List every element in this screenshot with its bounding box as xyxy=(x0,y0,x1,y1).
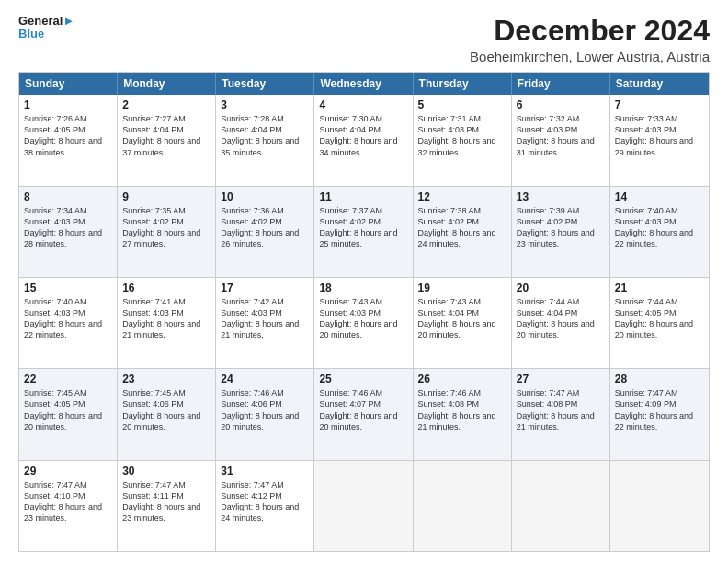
cell-info: Sunrise: 7:28 AM Sunset: 4:04 PM Dayligh… xyxy=(221,113,309,158)
cell-info: Sunrise: 7:31 AM Sunset: 4:03 PM Dayligh… xyxy=(418,113,506,158)
calendar-cell: 20 Sunrise: 7:44 AM Sunset: 4:04 PM Dayl… xyxy=(512,278,610,368)
calendar-row: 8 Sunrise: 7:34 AM Sunset: 4:03 PM Dayli… xyxy=(19,186,709,277)
day-number: 15 xyxy=(24,282,112,294)
day-number: 9 xyxy=(122,190,210,203)
cell-info: Sunrise: 7:44 AM Sunset: 4:04 PM Dayligh… xyxy=(517,296,605,341)
calendar-cell: 29 Sunrise: 7:47 AM Sunset: 4:10 PM Dayl… xyxy=(19,461,118,551)
calendar-row: 15 Sunrise: 7:40 AM Sunset: 4:03 PM Dayl… xyxy=(19,277,709,368)
cell-info: Sunrise: 7:35 AM Sunset: 4:02 PM Dayligh… xyxy=(122,205,210,250)
day-number: 10 xyxy=(221,190,309,203)
day-number: 30 xyxy=(122,465,210,477)
calendar-cell: 2 Sunrise: 7:27 AM Sunset: 4:04 PM Dayli… xyxy=(118,95,216,185)
calendar-cell: 12 Sunrise: 7:38 AM Sunset: 4:02 PM Dayl… xyxy=(414,187,512,277)
calendar-cell: 6 Sunrise: 7:32 AM Sunset: 4:03 PM Dayli… xyxy=(512,95,610,185)
cell-info: Sunrise: 7:34 AM Sunset: 4:03 PM Dayligh… xyxy=(24,205,112,250)
cell-info: Sunrise: 7:45 AM Sunset: 4:06 PM Dayligh… xyxy=(122,387,210,432)
logo-blue: Blue xyxy=(18,28,74,40)
calendar-cell: 1 Sunrise: 7:26 AM Sunset: 4:05 PM Dayli… xyxy=(19,95,118,185)
day-number: 23 xyxy=(122,373,210,385)
cell-info: Sunrise: 7:43 AM Sunset: 4:04 PM Dayligh… xyxy=(418,296,506,341)
day-number: 3 xyxy=(221,98,309,111)
day-number: 16 xyxy=(122,282,210,294)
title-block: December 2024 Boeheimkirchen, Lower Aust… xyxy=(470,15,710,64)
day-number: 8 xyxy=(24,190,112,203)
calendar-cell: 15 Sunrise: 7:40 AM Sunset: 4:03 PM Dayl… xyxy=(19,278,118,368)
main-title: December 2024 xyxy=(470,15,710,47)
calendar-cell: 11 Sunrise: 7:37 AM Sunset: 4:02 PM Dayl… xyxy=(314,187,413,277)
day-number: 25 xyxy=(319,373,407,385)
day-number: 24 xyxy=(221,373,309,385)
calendar-cell: 26 Sunrise: 7:46 AM Sunset: 4:08 PM Dayl… xyxy=(414,369,512,459)
calendar-cell: 24 Sunrise: 7:46 AM Sunset: 4:06 PM Dayl… xyxy=(216,369,314,459)
calendar-cell: 27 Sunrise: 7:47 AM Sunset: 4:08 PM Dayl… xyxy=(512,369,610,459)
calendar-header-day: Monday xyxy=(118,73,216,95)
calendar-cell: 3 Sunrise: 7:28 AM Sunset: 4:04 PM Dayli… xyxy=(216,95,314,185)
day-number: 7 xyxy=(615,98,704,111)
calendar-header-day: Wednesday xyxy=(314,73,413,95)
cell-info: Sunrise: 7:46 AM Sunset: 4:06 PM Dayligh… xyxy=(221,387,309,432)
calendar-cell: 4 Sunrise: 7:30 AM Sunset: 4:04 PM Dayli… xyxy=(314,95,413,185)
calendar-cell: 28 Sunrise: 7:47 AM Sunset: 4:09 PM Dayl… xyxy=(610,369,709,459)
calendar-cell xyxy=(610,461,709,551)
day-number: 21 xyxy=(615,282,704,294)
calendar-cell: 10 Sunrise: 7:36 AM Sunset: 4:02 PM Dayl… xyxy=(216,187,314,277)
calendar-header: SundayMondayTuesdayWednesdayThursdayFrid… xyxy=(19,73,709,95)
calendar-row: 22 Sunrise: 7:45 AM Sunset: 4:05 PM Dayl… xyxy=(19,368,709,459)
day-number: 13 xyxy=(517,190,605,203)
calendar-cell: 30 Sunrise: 7:47 AM Sunset: 4:11 PM Dayl… xyxy=(118,461,216,551)
calendar-cell: 18 Sunrise: 7:43 AM Sunset: 4:03 PM Dayl… xyxy=(314,278,413,368)
logo: General► Blue xyxy=(18,15,74,41)
calendar-cell: 13 Sunrise: 7:39 AM Sunset: 4:02 PM Dayl… xyxy=(512,187,610,277)
subtitle: Boeheimkirchen, Lower Austria, Austria xyxy=(470,49,710,64)
calendar-cell xyxy=(414,461,512,551)
cell-info: Sunrise: 7:26 AM Sunset: 4:05 PM Dayligh… xyxy=(24,113,112,158)
calendar-cell: 5 Sunrise: 7:31 AM Sunset: 4:03 PM Dayli… xyxy=(414,95,512,185)
calendar-cell: 21 Sunrise: 7:44 AM Sunset: 4:05 PM Dayl… xyxy=(610,278,709,368)
day-number: 18 xyxy=(319,282,407,294)
cell-info: Sunrise: 7:38 AM Sunset: 4:02 PM Dayligh… xyxy=(418,205,506,250)
day-number: 22 xyxy=(24,373,112,385)
cell-info: Sunrise: 7:44 AM Sunset: 4:05 PM Dayligh… xyxy=(615,296,704,341)
day-number: 6 xyxy=(517,98,605,111)
cell-info: Sunrise: 7:45 AM Sunset: 4:05 PM Dayligh… xyxy=(24,387,112,432)
day-number: 5 xyxy=(418,98,506,111)
calendar-cell: 7 Sunrise: 7:33 AM Sunset: 4:03 PM Dayli… xyxy=(610,95,709,185)
calendar-cell: 16 Sunrise: 7:41 AM Sunset: 4:03 PM Dayl… xyxy=(118,278,216,368)
calendar-cell: 17 Sunrise: 7:42 AM Sunset: 4:03 PM Dayl… xyxy=(216,278,314,368)
cell-info: Sunrise: 7:47 AM Sunset: 4:09 PM Dayligh… xyxy=(615,387,704,432)
calendar-cell: 14 Sunrise: 7:40 AM Sunset: 4:03 PM Dayl… xyxy=(610,187,709,277)
cell-info: Sunrise: 7:42 AM Sunset: 4:03 PM Dayligh… xyxy=(221,296,309,341)
cell-info: Sunrise: 7:40 AM Sunset: 4:03 PM Dayligh… xyxy=(615,205,704,250)
cell-info: Sunrise: 7:47 AM Sunset: 4:10 PM Dayligh… xyxy=(24,479,112,524)
day-number: 28 xyxy=(615,373,704,385)
day-number: 27 xyxy=(517,373,605,385)
cell-info: Sunrise: 7:47 AM Sunset: 4:08 PM Dayligh… xyxy=(517,387,605,432)
calendar-cell xyxy=(314,461,413,551)
cell-info: Sunrise: 7:40 AM Sunset: 4:03 PM Dayligh… xyxy=(24,296,112,341)
calendar-body: 1 Sunrise: 7:26 AM Sunset: 4:05 PM Dayli… xyxy=(19,95,709,551)
day-number: 29 xyxy=(24,465,112,477)
calendar-cell: 19 Sunrise: 7:43 AM Sunset: 4:04 PM Dayl… xyxy=(414,278,512,368)
cell-info: Sunrise: 7:46 AM Sunset: 4:07 PM Dayligh… xyxy=(319,387,407,432)
day-number: 31 xyxy=(221,465,309,477)
calendar-header-day: Sunday xyxy=(19,73,118,95)
day-number: 17 xyxy=(221,282,309,294)
cell-info: Sunrise: 7:37 AM Sunset: 4:02 PM Dayligh… xyxy=(319,205,407,250)
day-number: 19 xyxy=(418,282,506,294)
cell-info: Sunrise: 7:43 AM Sunset: 4:03 PM Dayligh… xyxy=(319,296,407,341)
cell-info: Sunrise: 7:47 AM Sunset: 4:11 PM Dayligh… xyxy=(122,479,210,524)
calendar-header-day: Thursday xyxy=(414,73,512,95)
logo-general: General► xyxy=(18,15,74,28)
cell-info: Sunrise: 7:46 AM Sunset: 4:08 PM Dayligh… xyxy=(418,387,506,432)
cell-info: Sunrise: 7:41 AM Sunset: 4:03 PM Dayligh… xyxy=(122,296,210,341)
calendar-row: 1 Sunrise: 7:26 AM Sunset: 4:05 PM Dayli… xyxy=(19,95,709,185)
cell-info: Sunrise: 7:39 AM Sunset: 4:02 PM Dayligh… xyxy=(517,205,605,250)
calendar-header-day: Tuesday xyxy=(216,73,314,95)
day-number: 2 xyxy=(122,98,210,111)
cell-info: Sunrise: 7:33 AM Sunset: 4:03 PM Dayligh… xyxy=(615,113,704,158)
day-number: 14 xyxy=(615,190,704,203)
cell-info: Sunrise: 7:30 AM Sunset: 4:04 PM Dayligh… xyxy=(319,113,407,158)
cell-info: Sunrise: 7:32 AM Sunset: 4:03 PM Dayligh… xyxy=(517,113,605,158)
cell-info: Sunrise: 7:47 AM Sunset: 4:12 PM Dayligh… xyxy=(221,479,309,524)
day-number: 4 xyxy=(319,98,407,111)
